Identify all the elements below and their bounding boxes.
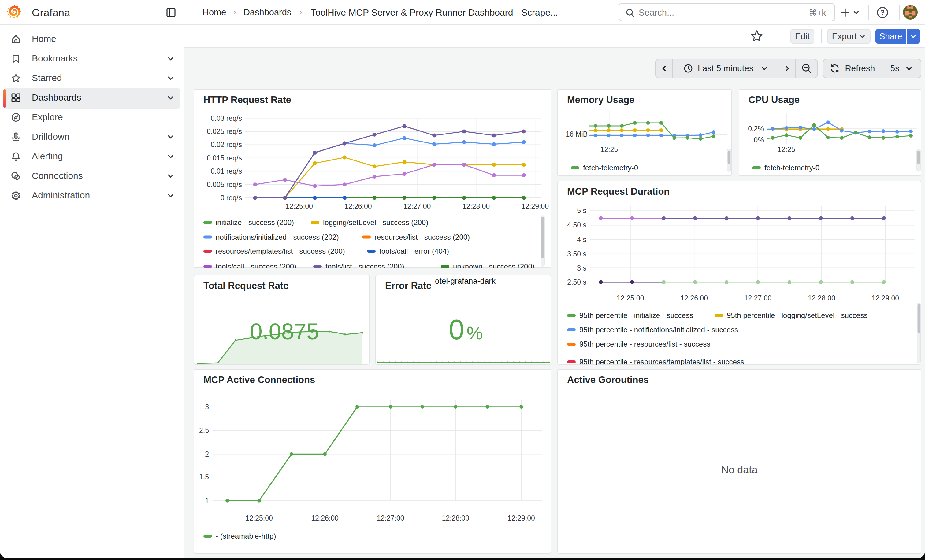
svg-text:12:25: 12:25 (600, 146, 618, 153)
svg-text:tools/list - success (200): tools/list - success (200) (325, 262, 404, 268)
svg-text:12:29:00: 12:29:00 (872, 294, 899, 302)
svg-text:12:27:00: 12:27:00 (744, 294, 772, 302)
svg-text:12:27:00: 12:27:00 (404, 203, 431, 210)
svg-text:2.5: 2.5 (199, 426, 209, 434)
svg-text:12:28:00: 12:28:00 (442, 514, 470, 522)
svg-text:95th percentile - notification: 95th percentile - notifications/initiali… (579, 326, 738, 334)
svg-text:3.50 s: 3.50 s (567, 250, 586, 258)
svg-text:resources/list - success (200): resources/list - success (200) (374, 233, 470, 241)
svg-text:tools/call - error (404): tools/call - error (404) (379, 247, 449, 255)
svg-text:12:25:00: 12:25:00 (285, 203, 313, 210)
svg-text:0.02 req/s: 0.02 req/s (211, 141, 242, 149)
svg-text:0: 0 (449, 314, 464, 345)
svg-text:1.5: 1.5 (199, 473, 209, 481)
svg-text:12:28:00: 12:28:00 (462, 203, 490, 210)
svg-text:4.50 s: 4.50 s (567, 221, 586, 229)
svg-text:logging/setLevel - success (20: logging/setLevel - success (200) (323, 218, 428, 227)
svg-text:%: % (467, 323, 483, 343)
svg-text:95th percentile - resources/te: 95th percentile - resources/templates/li… (579, 357, 744, 365)
svg-text:0.01 req/s: 0.01 req/s (211, 167, 242, 175)
svg-text:95th percentile - logging/setL: 95th percentile - logging/setLevel - suc… (727, 311, 868, 320)
svg-text:12:25:00: 12:25:00 (245, 514, 273, 522)
svg-text:95th percentile - resources/li: 95th percentile - resources/list - succe… (579, 340, 710, 348)
svg-text:- (streamable-http): - (streamable-http) (215, 532, 276, 540)
svg-text:3 s: 3 s (577, 264, 586, 272)
svg-text:notifications/initialized - su: notifications/initialized - success (202… (215, 233, 339, 241)
svg-text:tools/call - success (200): tools/call - success (200) (215, 262, 297, 268)
svg-text:resources/templates/list - suc: resources/templates/list - success (200) (215, 247, 345, 255)
svg-text:95th percentile - initialize -: 95th percentile - initialize - success (579, 311, 693, 320)
svg-text:5 s: 5 s (577, 207, 586, 215)
svg-text:12:29:00: 12:29:00 (521, 203, 549, 210)
svg-text:0 req/s: 0 req/s (220, 194, 242, 202)
svg-text:2.50 s: 2.50 s (567, 278, 586, 286)
svg-text:2: 2 (205, 450, 209, 458)
svg-text:4 s: 4 s (577, 236, 586, 244)
svg-text:0.025 req/s: 0.025 req/s (207, 128, 242, 135)
svg-text:fetch-telemetry-0: fetch-telemetry-0 (583, 164, 638, 172)
svg-text:0.015 req/s: 0.015 req/s (207, 154, 242, 162)
svg-text:12:26:00: 12:26:00 (344, 203, 372, 210)
svg-text:0.005 req/s: 0.005 req/s (207, 181, 242, 189)
svg-text:12:28:00: 12:28:00 (808, 294, 835, 302)
svg-text:initialize - success (200): initialize - success (200) (215, 218, 294, 227)
svg-text:3: 3 (205, 403, 209, 411)
svg-text:12:26:00: 12:26:00 (680, 294, 708, 302)
svg-text:0.03 req/s: 0.03 req/s (211, 114, 242, 122)
svg-text:12:26:00: 12:26:00 (311, 514, 339, 522)
svg-text:16 MiB: 16 MiB (566, 130, 588, 138)
svg-text:unknown - success (200): unknown - success (200) (453, 262, 535, 268)
svg-text:12:25:00: 12:25:00 (617, 294, 644, 302)
svg-text:fetch-telemetry-0: fetch-telemetry-0 (764, 164, 820, 172)
svg-text:0.2%: 0.2% (748, 125, 764, 133)
svg-text:1: 1 (205, 497, 209, 504)
svg-text:12:25: 12:25 (777, 146, 795, 153)
svg-text:?: ? (880, 9, 884, 17)
svg-text:0%: 0% (754, 136, 764, 144)
svg-text:12:29:00: 12:29:00 (508, 514, 535, 522)
svg-text:12:27:00: 12:27:00 (377, 514, 404, 522)
